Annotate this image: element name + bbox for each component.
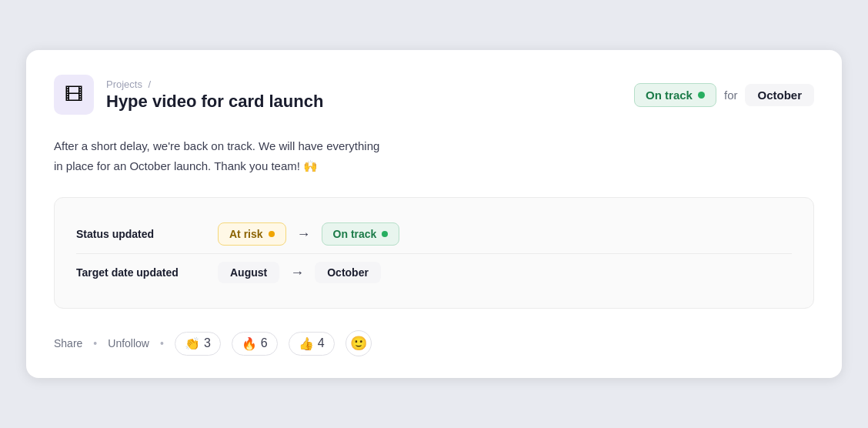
status-badge: On track	[634, 83, 716, 107]
for-text: for	[724, 89, 738, 102]
title-group: Projects / Hype video for card launch	[106, 79, 323, 112]
footer-dot-1: •	[93, 337, 97, 349]
smiley-icon: 🙂	[350, 335, 367, 352]
date-update-row: Target date updated August → October	[76, 254, 792, 291]
status-from-tag: At risk	[218, 222, 286, 246]
breadcrumb: Projects /	[106, 79, 323, 90]
thumbsup-emoji: 👍	[299, 336, 314, 351]
status-update-values: At risk → On track	[218, 222, 399, 246]
reaction-clap-button[interactable]: 👏 3	[175, 332, 221, 356]
clap-emoji: 👏	[185, 336, 200, 351]
card-header: 🎞 Projects / Hype video for card launch …	[54, 75, 814, 115]
arrow-icon: →	[297, 226, 311, 242]
status-dot	[698, 92, 705, 99]
header-left: 🎞 Projects / Hype video for card launch	[54, 75, 323, 115]
date-to-tag: October	[315, 262, 381, 283]
reaction-thumbsup-button[interactable]: 👍 4	[289, 332, 335, 356]
status-to-tag: On track	[322, 222, 400, 246]
date-from-tag: August	[218, 262, 279, 283]
status-update-row: Status updated At risk → On track	[76, 215, 792, 254]
reaction-fire-button[interactable]: 🔥 6	[232, 332, 278, 356]
status-badge-label: On track	[646, 89, 693, 102]
fire-count: 6	[261, 336, 268, 350]
status-from-label: At risk	[229, 228, 263, 240]
status-row: On track for October	[634, 83, 814, 107]
period-badge: October	[745, 84, 814, 106]
status-update-label: Status updated	[76, 228, 199, 240]
risk-dot	[269, 231, 275, 237]
main-card: 🎞 Projects / Hype video for card launch …	[26, 50, 842, 378]
footer-dot-2: •	[160, 337, 164, 349]
add-reaction-button[interactable]: 🙂	[346, 330, 372, 356]
share-link[interactable]: Share	[54, 337, 82, 349]
date-arrow-icon: →	[290, 265, 304, 281]
date-update-label: Target date updated	[76, 266, 199, 279]
project-icon: 🎞	[54, 75, 94, 115]
date-update-values: August → October	[218, 262, 381, 283]
page-title: Hype video for card launch	[106, 92, 323, 112]
footer: Share • Unfollow • 👏 3 🔥 6 👍 4 🙂	[54, 330, 814, 356]
fire-emoji: 🔥	[242, 336, 257, 351]
breadcrumb-parent: Projects	[106, 79, 142, 90]
body-text: After a short delay, we're back on track…	[54, 136, 814, 176]
update-box: Status updated At risk → On track Target…	[54, 197, 814, 309]
thumbsup-count: 4	[318, 336, 325, 350]
ontrack-dot	[382, 231, 388, 237]
status-to-label: On track	[333, 228, 377, 240]
unfollow-link[interactable]: Unfollow	[108, 337, 149, 349]
clap-count: 3	[204, 336, 211, 350]
breadcrumb-separator: /	[149, 79, 152, 90]
